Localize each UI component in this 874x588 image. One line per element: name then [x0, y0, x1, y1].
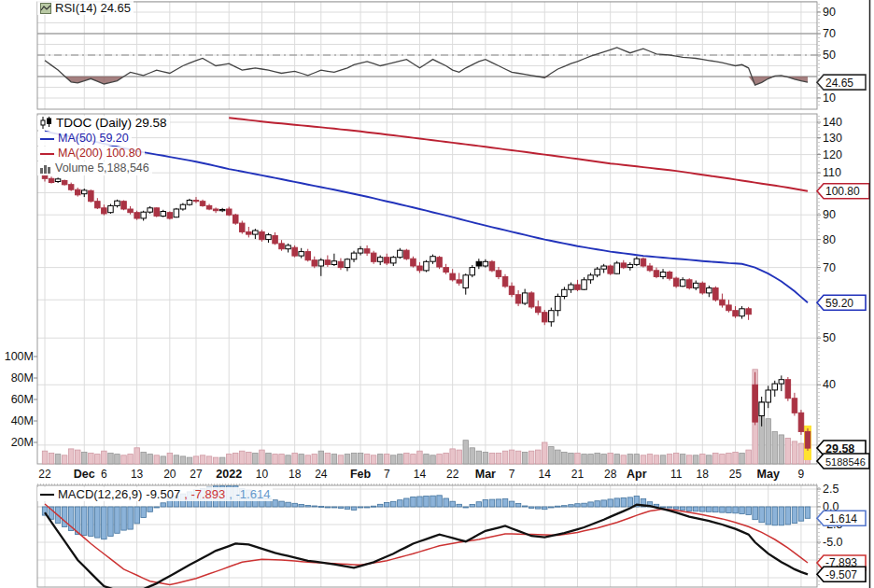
candle: [733, 311, 739, 316]
candle: [805, 431, 811, 448]
axis-label: 20: [163, 468, 176, 481]
volume-bar: [772, 432, 778, 465]
candle: [562, 289, 568, 296]
macd-histogram-bar: [351, 507, 357, 510]
macd-histogram-bar: [740, 507, 745, 514]
volume-bar: [42, 451, 48, 464]
volume-bar: [660, 455, 666, 464]
candle: [95, 202, 101, 208]
volume-bar: [345, 455, 350, 464]
volume-bar: [543, 442, 548, 464]
ma200-line-dash-icon: [40, 153, 54, 155]
macd-histogram-bar: [108, 507, 114, 537]
candle: [351, 253, 357, 259]
axis-label: 2022: [216, 468, 242, 481]
volume-bar: [161, 456, 166, 464]
volume-bar: [673, 454, 679, 465]
volume-bar: [247, 452, 252, 464]
macd-histogram-bar: [483, 499, 488, 507]
candle: [167, 213, 173, 218]
candle: [286, 245, 291, 249]
candle: [358, 249, 363, 253]
axis-label: Feb: [350, 468, 372, 481]
macd-histogram-bar: [588, 502, 594, 507]
macd-histogram-bar: [772, 507, 778, 525]
macd-histogram-bar: [398, 500, 403, 507]
candle: [68, 185, 74, 190]
candle: [398, 250, 403, 258]
candle: [634, 259, 640, 264]
volume-bar: [398, 455, 403, 464]
macd-histogram-bar: [766, 507, 771, 525]
candle: [180, 204, 186, 209]
candle: [569, 285, 574, 289]
value-badge--1.614: -1.614: [817, 511, 866, 525]
macd-histogram-bar: [476, 502, 481, 507]
macd-histogram-bar: [509, 501, 515, 507]
candle: [470, 268, 475, 275]
axis-label: 7: [509, 468, 515, 481]
volume-bar: [549, 447, 555, 464]
macd-histogram-bar: [279, 501, 285, 507]
candle: [102, 208, 107, 214]
rsi-legend-label: RSI(14) 24.65: [55, 1, 131, 15]
volume-bar: [694, 455, 699, 464]
candle: [575, 285, 581, 289]
macd-histogram-bar: [148, 507, 153, 511]
volume-bar: [575, 454, 581, 465]
macd-histogram-bar: [121, 507, 127, 530]
candle: [582, 280, 587, 289]
volume-bar: [102, 451, 107, 464]
axis-label: 14: [414, 468, 427, 481]
candle: [543, 313, 548, 322]
volume-bar: [641, 455, 646, 464]
axis-label: 100M: [5, 350, 34, 363]
volume-bar: [621, 455, 627, 464]
candle: [55, 179, 61, 182]
volume-bar: [213, 457, 218, 464]
macd-histogram-bar: [792, 507, 797, 524]
volume-bar: [450, 449, 456, 464]
volume-bar: [582, 455, 587, 464]
candle: [411, 259, 416, 266]
macd-histogram-bar: [759, 507, 765, 523]
candle: [121, 202, 127, 209]
volume-bar: [792, 441, 797, 464]
volume-bar: [108, 454, 114, 465]
volume-bar: [299, 455, 304, 464]
macd-histogram-bar: [299, 504, 304, 507]
candle: [726, 305, 732, 311]
value-badge-100.80: 100.80: [817, 184, 869, 199]
macd-histogram-bar: [707, 507, 712, 511]
macd-histogram-bar: [667, 507, 672, 508]
macd-histogram-bar: [502, 499, 508, 507]
volume-bar: [95, 455, 101, 464]
volume-bar: [634, 455, 640, 464]
axis-label: 18: [289, 468, 302, 481]
macd-histogram-bar: [325, 507, 331, 508]
macd-histogram-bar: [556, 506, 561, 507]
candle: [680, 280, 685, 287]
axis-label: 7: [384, 468, 390, 481]
axis-label: 90: [823, 208, 836, 221]
candle: [740, 309, 745, 316]
volume-bar: [240, 451, 246, 464]
stock-chart: 907050101401301201109080705040100M80M60M…: [0, 0, 874, 588]
candle: [161, 212, 166, 217]
volume-bar: [785, 438, 791, 464]
rsi-legend: RSI(14) 24.65: [37, 1, 134, 15]
macd-histogram-bar: [595, 501, 600, 507]
macd-histogram-bar: [134, 507, 140, 524]
candle: [213, 209, 218, 211]
value-badge--9.507: -9.507: [817, 567, 866, 581]
axis-label: 10: [256, 468, 269, 481]
candle: [509, 287, 515, 295]
axis-label: 130: [823, 132, 842, 145]
candle: [134, 213, 140, 218]
volume-bar: [562, 452, 568, 464]
candle: [292, 247, 298, 256]
macd-histogram-bar: [496, 499, 501, 507]
axis-label: 21: [571, 468, 585, 481]
candle: [746, 309, 752, 315]
macd-hist-value: , -1.614: [229, 487, 270, 501]
